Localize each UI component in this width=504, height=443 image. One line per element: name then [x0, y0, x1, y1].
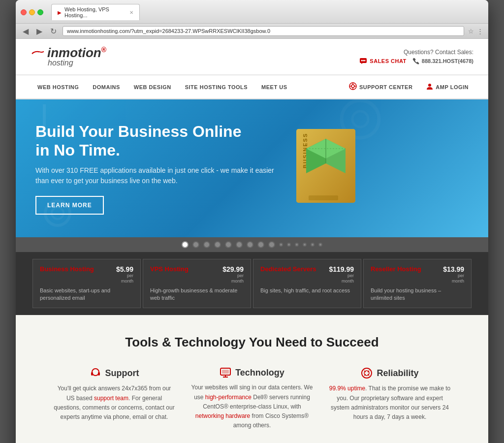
carousel-dot-10[interactable] [279, 243, 283, 247]
contact-label: Questions? Contact Sales: [359, 49, 473, 56]
carousel-dot-11[interactable] [287, 243, 291, 247]
browser-titlebar: ▶ Web Hosting, VPS Hosting... ✕ [16, 0, 488, 24]
svg-marker-1 [361, 63, 363, 64]
chat-icon [359, 58, 367, 64]
url-input[interactable] [63, 26, 464, 36]
feature-reliability: Reliability 99.9% uptime. That is the pr… [328, 367, 451, 430]
pricing-card-dedicated[interactable]: Dedicated Servers $119.99 permonth Big s… [253, 259, 361, 308]
nav-item-site-hosting-tools[interactable]: SITE HOSTING TOOLS [178, 77, 254, 97]
tab-bar: ▶ Web Hosting, VPS Hosting... ✕ [51, 4, 140, 20]
support-center-icon [349, 82, 357, 90]
close-button[interactable] [21, 9, 27, 15]
nav-item-web-design[interactable]: WEB DESIGN [127, 77, 178, 97]
pricing-per-dedicated: permonth [329, 273, 354, 284]
svg-rect-20 [309, 195, 338, 200]
tab-close-icon[interactable]: ✕ [129, 10, 133, 15]
carousel-dot-3[interactable] [203, 241, 210, 248]
carousel-dot-13[interactable] [303, 243, 307, 247]
svg-rect-12 [43, 104, 46, 124]
hero-title: Build Your Business Onlinein No Time. [35, 122, 282, 160]
pricing-per-reseller: permonth [443, 273, 464, 284]
feature-technology-name: Technology [190, 367, 314, 378]
site-logo[interactable]: inmotion® hosting [31, 46, 106, 67]
support-icon [349, 82, 357, 92]
carousel-dot-15[interactable] [318, 243, 322, 247]
svg-rect-28 [98, 372, 100, 376]
settings-icon[interactable]: ⋮ [477, 28, 483, 35]
amp-login-link[interactable]: AMP LOGIN [421, 76, 473, 98]
maximize-button[interactable] [37, 9, 43, 15]
carousel-dot-9[interactable] [268, 241, 275, 248]
nav-item-web-hosting[interactable]: WEB HOSTING [31, 77, 86, 97]
svg-point-33 [362, 368, 372, 378]
nav-item-meet-us[interactable]: MEET US [254, 77, 294, 97]
networking-hardware-link[interactable]: networking hardware [195, 412, 250, 419]
nav-right: SUPPORT CENTER AMP LOGIN [344, 75, 473, 98]
logo-swoosh-icon [31, 51, 45, 55]
pricing-desc-dedicated: Big sites, high traffic, and root access [260, 287, 354, 294]
carousel-dot-5[interactable] [225, 241, 232, 248]
hero-subtitle: With over 310 FREE applications availabl… [35, 165, 282, 186]
learn-more-button[interactable]: LEARN MORE [35, 196, 104, 215]
pricing-header-reseller: Reseller Hosting $13.99 permonth [371, 265, 464, 284]
minimize-button[interactable] [29, 9, 35, 15]
svg-point-26 [92, 369, 99, 376]
pricing-per-business: permonth [116, 273, 133, 284]
browser-window: ▶ Web Hosting, VPS Hosting... ✕ ◀ ▶ ↻ ☆ … [16, 0, 488, 443]
carousel-dot-7[interactable] [247, 241, 253, 248]
back-button[interactable]: ◀ [21, 27, 31, 36]
nav-item-domains[interactable]: DOMAINS [86, 77, 126, 97]
carousel-dot-2[interactable] [192, 241, 199, 248]
uptime-link[interactable]: 99.9% uptime [329, 385, 365, 392]
phone-number: 888.321.HOST(4678) [422, 58, 473, 64]
bookmark-icon[interactable]: ☆ [468, 28, 474, 35]
carousel-dot-14[interactable] [311, 243, 315, 247]
carousel-dots [16, 237, 488, 252]
svg-point-2 [361, 60, 363, 62]
sales-chat-label: SALES CHAT [370, 58, 406, 64]
pricing-desc-reseller: Build your hosting business – unlimited … [371, 287, 464, 302]
features-grid: Support You'll get quick answers 24x7x36… [31, 367, 473, 430]
feature-technology-desc: Your websites will sing in our data cent… [190, 383, 314, 430]
contact-buttons: SALES CHAT 888.321.HOST(4678) [359, 58, 473, 64]
tab-title: Web Hosting, VPS Hosting... [64, 6, 125, 18]
pricing-card-vps[interactable]: VPS Hosting $29.99 permonth High-growth … [143, 259, 251, 308]
carousel-dot-6[interactable] [236, 241, 243, 248]
forward-button[interactable]: ▶ [34, 27, 44, 36]
svg-point-3 [363, 60, 364, 62]
amp-login-icon [426, 83, 433, 90]
user-icon [426, 83, 433, 91]
carousel-dot-1[interactable] [182, 241, 189, 248]
svg-point-11 [428, 84, 431, 87]
high-performance-link[interactable]: high-performance [205, 394, 252, 401]
pricing-price-vps: $29.99 [222, 265, 244, 273]
main-navigation: WEB HOSTING DOMAINS WEB DESIGN SITE HOST… [16, 75, 488, 99]
pricing-header-dedicated: Dedicated Servers $119.99 permonth [260, 265, 354, 284]
sales-chat-button[interactable]: SALES CHAT [359, 58, 406, 64]
svg-point-4 [364, 60, 366, 62]
feature-reliability-desc: 99.9% uptime. That is the promise we mak… [328, 384, 451, 422]
logo-text: inmotion® [47, 46, 106, 59]
carousel-dot-4[interactable] [214, 241, 221, 248]
carousel-dot-8[interactable] [257, 241, 264, 248]
carousel-dot-12[interactable] [295, 243, 299, 247]
support-center-link[interactable]: SUPPORT CENTER [344, 75, 417, 98]
browser-icons: ☆ ⋮ [468, 28, 483, 35]
traffic-lights [21, 9, 43, 15]
feature-support: Support You'll get quick answers 24x7x36… [53, 367, 176, 430]
pricing-card-business[interactable]: Business Hosting $5.99 permonth Basic we… [32, 259, 141, 308]
monitor-icon [220, 367, 231, 378]
support-center-label: SUPPORT CENTER [359, 84, 412, 90]
support-team-link[interactable]: support team [94, 395, 128, 402]
pricing-header-business: Business Hosting $5.99 permonth [40, 265, 133, 284]
pricing-price-business: $5.99 [116, 265, 133, 273]
feature-support-name: Support [53, 367, 176, 379]
pricing-card-reseller[interactable]: Reseller Hosting $13.99 permonth Build y… [363, 259, 472, 308]
phone-icon [412, 58, 419, 64]
browser-tab[interactable]: ▶ Web Hosting, VPS Hosting... ✕ [51, 4, 140, 20]
pricing-price-reseller: $13.99 [443, 265, 464, 273]
feature-support-desc: You'll get quick answers 24x7x365 from o… [53, 384, 176, 422]
refresh-button[interactable]: ↻ [48, 27, 59, 36]
reliability-icon [361, 367, 373, 379]
website-content: inmotion® hosting Questions? Contact Sal… [16, 39, 488, 443]
